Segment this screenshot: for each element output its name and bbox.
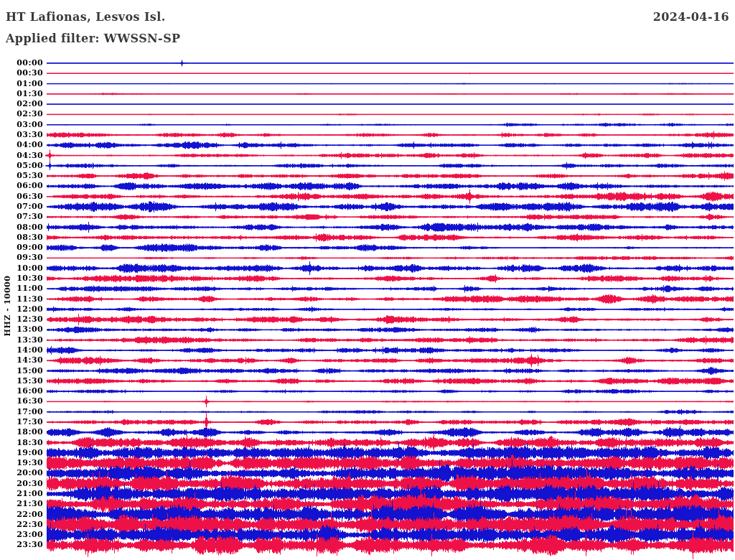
time-label: 08:30 bbox=[0, 233, 43, 242]
time-label: 13:00 bbox=[0, 325, 43, 334]
time-label: 11:30 bbox=[0, 295, 43, 304]
time-label: 17:00 bbox=[0, 408, 43, 416]
time-label: 23:00 bbox=[0, 531, 43, 539]
time-label: 20:30 bbox=[0, 480, 43, 488]
time-label: 21:30 bbox=[0, 500, 43, 508]
time-label: 14:30 bbox=[0, 356, 43, 365]
time-label: 01:00 bbox=[0, 80, 43, 88]
time-label: 15:00 bbox=[0, 367, 43, 375]
time-label: 19:00 bbox=[0, 449, 43, 457]
time-label: 14:00 bbox=[0, 346, 43, 355]
time-label: 17:30 bbox=[0, 418, 43, 426]
time-label: 18:30 bbox=[0, 439, 43, 447]
time-label: 23:30 bbox=[0, 541, 43, 549]
time-label: 12:00 bbox=[0, 305, 43, 314]
time-label: 07:00 bbox=[0, 202, 43, 211]
helicorder-page: HT Lafionas, Lesvos Isl. Applied filter:… bbox=[0, 0, 735, 560]
time-label: 08:00 bbox=[0, 223, 43, 232]
time-label: 16:30 bbox=[0, 397, 43, 406]
time-label: 02:30 bbox=[0, 110, 43, 118]
time-label: 05:00 bbox=[0, 162, 43, 170]
time-label: 15:30 bbox=[0, 377, 43, 386]
time-label: 00:00 bbox=[0, 59, 43, 67]
time-label: 03:30 bbox=[0, 131, 43, 139]
time-label: 06:30 bbox=[0, 192, 43, 201]
time-label: 09:00 bbox=[0, 243, 43, 252]
time-label: 19:30 bbox=[0, 459, 43, 467]
time-label: 05:30 bbox=[0, 172, 43, 180]
time-label: 10:00 bbox=[0, 264, 43, 273]
time-label: 04:30 bbox=[0, 151, 43, 160]
time-label: 10:30 bbox=[0, 274, 43, 283]
time-label: 11:00 bbox=[0, 284, 43, 293]
time-label: 22:30 bbox=[0, 521, 43, 529]
time-label: 20:00 bbox=[0, 469, 43, 477]
seismogram-traces bbox=[0, 0, 735, 560]
time-label: 06:00 bbox=[0, 182, 43, 190]
time-label: 04:00 bbox=[0, 141, 43, 149]
time-label: 12:30 bbox=[0, 315, 43, 324]
time-label: 18:00 bbox=[0, 428, 43, 437]
time-label: 07:30 bbox=[0, 213, 43, 221]
time-label: 03:00 bbox=[0, 121, 43, 129]
date-label: 2024-04-16 bbox=[653, 10, 729, 24]
time-label: 01:30 bbox=[0, 90, 43, 98]
time-label: 13:30 bbox=[0, 336, 43, 345]
time-axis: 00:0000:3001:0001:3002:0002:3003:0003:30… bbox=[0, 0, 45, 560]
time-label: 22:00 bbox=[0, 510, 43, 519]
time-label: 00:30 bbox=[0, 69, 43, 78]
time-label: 21:00 bbox=[0, 490, 43, 498]
time-label: 09:30 bbox=[0, 253, 43, 262]
time-label: 02:00 bbox=[0, 100, 43, 108]
time-label: 16:00 bbox=[0, 387, 43, 396]
